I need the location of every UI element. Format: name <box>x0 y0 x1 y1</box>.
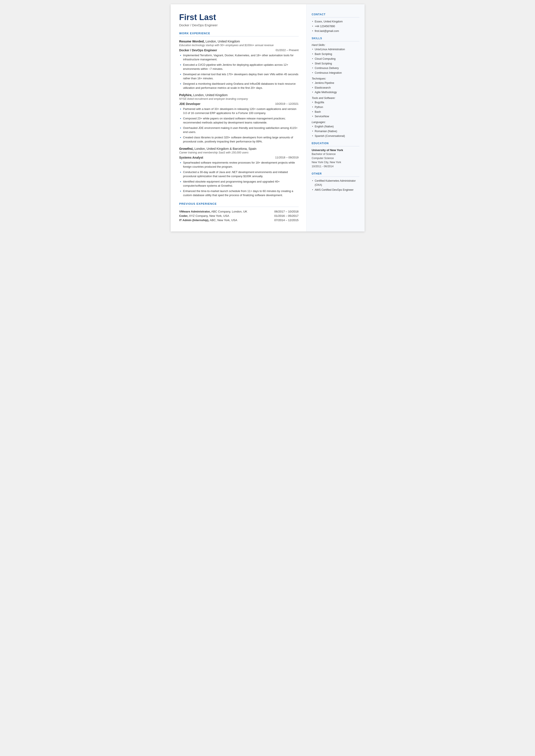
list-item: Spanish (Conversational) <box>312 134 359 138</box>
prev-job-3-bold: IT Admin (Internship), <box>179 218 209 222</box>
left-column: First Last Docker / DevOps Engineer WORK… <box>171 4 306 232</box>
other-heading: OTHER <box>312 172 359 175</box>
list-item: Jenkins Pipeline <box>312 81 359 85</box>
prev-job-1-rest: ABC Company, London, UK <box>211 210 247 213</box>
skills-divider <box>312 41 359 42</box>
list-item: Implemented Terraform, Vagrant, Docker, … <box>179 53 299 62</box>
employer-3: Growthsi, London, United Kingdom & Barce… <box>179 147 299 151</box>
list-item: Overhauled JDE environment making it use… <box>179 126 299 134</box>
edu-school: University of New York <box>312 149 359 152</box>
list-item: Romanian (Native) <box>312 129 359 133</box>
edu-location: New York City, New York <box>312 160 359 164</box>
list-item: Enhanced the time-to-market launch sched… <box>179 189 299 197</box>
prev-job-2-bold: Coder, <box>179 214 188 217</box>
list-item: +44 1234567890 <box>312 24 359 28</box>
employer-1-desc: Education technology startup with 50+ em… <box>179 44 299 47</box>
list-item: Partnered with a team of 33+ developers … <box>179 107 299 115</box>
other-item-2: AWS Certified DevOps Engineer <box>312 188 359 192</box>
list-item: Identified obsolete equipment and progra… <box>179 180 299 188</box>
candidate-title: Docker / DevOps Engineer <box>179 23 299 27</box>
edu-field: Computer Science <box>312 156 359 160</box>
list-item: Shell Scripting <box>312 62 359 66</box>
employer-1-name: Resume Worded, <box>179 40 205 43</box>
hard-skills-list: Unix/Linux Administration Bash Scripting… <box>312 47 359 75</box>
list-item: Composed 23+ white papers on standard so… <box>179 116 299 125</box>
other-item-1: Certified Kubernetes Administrator (CKA) <box>312 179 359 187</box>
work-experience-divider <box>179 36 299 37</box>
list-item: Bash <box>312 110 359 114</box>
resume-container: First Last Docker / DevOps Engineer WORK… <box>171 4 365 232</box>
work-experience-heading: WORK EXPERIENCE <box>179 32 299 35</box>
list-item: Bugzilla <box>312 100 359 104</box>
prev-job-1: VMware Administrator, ABC Company, Londo… <box>179 210 299 213</box>
employer-2-name: Polyhire, <box>179 93 192 97</box>
list-item: Unix/Linux Administration <box>312 47 359 51</box>
employer-3-location: London, United Kingdom & Barcelona, Spai… <box>193 147 256 151</box>
prev-job-1-bold: VMware Administrator, <box>179 210 211 213</box>
previous-experience-divider <box>179 207 299 207</box>
list-item: Agile Methodology <box>312 90 359 95</box>
list-item: Python <box>312 105 359 109</box>
job-2-dates: 10/2019 – 12/2021 <box>275 102 298 105</box>
languages-label: Languages: <box>312 121 359 124</box>
previous-experience-heading: PREVIOUS EXPERIENCE <box>179 202 299 205</box>
job-2-title: JDE Developer <box>179 102 201 106</box>
contact-divider <box>312 17 359 17</box>
list-item: Developed an internal tool that lets 170… <box>179 72 299 81</box>
prev-job-3-title: IT Admin (Internship), ABC, New York, US… <box>179 218 238 222</box>
list-item: Created class libraries to protect 320+ … <box>179 135 299 144</box>
list-item: Executed a CI/CD pipeline with Jenkins f… <box>179 63 299 71</box>
prev-job-3-rest: ABC, New York, USA <box>209 218 238 222</box>
list-item: Conducted a 30-day audit of Java and .NE… <box>179 170 299 179</box>
job-3-bullets: Spearheaded software requirements review… <box>179 160 299 197</box>
employer-2: Polyhire, London, United Kingdom <box>179 93 299 97</box>
job-2-bullets: Partnered with a team of 33+ developers … <box>179 107 299 144</box>
prev-job-2-dates: 01/2016 – 05/2017 <box>274 214 299 217</box>
right-column: CONTACT Essex, United Kingdom +44 123456… <box>306 4 365 232</box>
prev-job-1-dates: 06/2017 – 10/2018 <box>274 210 299 213</box>
employer-1: Resume Worded, London, United Kingdom <box>179 40 299 43</box>
list-item: Elasticsearch <box>312 86 359 90</box>
tools-list: Bugzilla Python Bash ServiceNow <box>312 100 359 119</box>
list-item: Cloud Computing <box>312 57 359 61</box>
job-1-dates: 01/2022 – Present <box>276 48 298 52</box>
edu-degree: Bachelor of Science <box>312 152 359 156</box>
list-item: first.last@gmail.com <box>312 29 359 33</box>
job-1-title-row: Docker / DevOps Engineer 01/2022 – Prese… <box>179 48 299 52</box>
techniques-list: Jenkins Pipeline Elasticsearch Agile Met… <box>312 81 359 95</box>
languages-list: English (Native) Romanian (Native) Spani… <box>312 125 359 138</box>
contact-heading: CONTACT <box>312 13 359 16</box>
prev-job-2: Coder, XYZ Company, New York, USA 01/201… <box>179 214 299 217</box>
employer-1-location: London, United Kingdom <box>205 40 240 43</box>
list-item: Designed a monitoring dashboard using Gr… <box>179 82 299 90</box>
list-item: ServiceNow <box>312 114 359 119</box>
list-item: English (Native) <box>312 125 359 129</box>
list-item: Continuous Delivery <box>312 66 359 70</box>
prev-job-2-rest: XYZ Company, New York, USA <box>188 214 229 217</box>
skills-heading: SKILLS <box>312 37 359 40</box>
job-3-title-row: Systems Analyst 11/2018 – 09/2019 <box>179 156 299 159</box>
employer-3-desc: Career training and membership SaaS with… <box>179 151 299 154</box>
job-3-dates: 11/2018 – 09/2019 <box>275 156 298 159</box>
prev-job-3: IT Admin (Internship), ABC, New York, US… <box>179 218 299 222</box>
list-item: Bash Scripting <box>312 52 359 56</box>
hard-skills-label: Hard Skills: <box>312 43 359 46</box>
job-3-title: Systems Analyst <box>179 156 203 159</box>
employer-3-name: Growthsi, <box>179 147 194 151</box>
edu-dates: 10/2011 - 06/2014 <box>312 164 359 169</box>
education-heading: EDUCATION <box>312 142 359 145</box>
contact-list: Essex, United Kingdom +44 1234567890 fir… <box>312 20 359 33</box>
techniques-label: Techniques: <box>312 77 359 80</box>
list-item: Continuous Integration <box>312 71 359 75</box>
job-1-title: Docker / DevOps Engineer <box>179 48 217 52</box>
employer-2-desc: NYSE-listed recruitment and employer bra… <box>179 98 299 100</box>
prev-job-1-title: VMware Administrator, ABC Company, Londo… <box>179 210 247 213</box>
list-item: Spearheaded software requirements review… <box>179 160 299 169</box>
employer-2-location: London, United Kingdom <box>192 93 228 97</box>
prev-job-3-dates: 07/2014 – 12/2015 <box>274 218 299 222</box>
job-2-title-row: JDE Developer 10/2019 – 12/2021 <box>179 102 299 106</box>
candidate-name: First Last <box>179 13 299 22</box>
list-item: Essex, United Kingdom <box>312 20 359 24</box>
job-1-bullets: Implemented Terraform, Vagrant, Docker, … <box>179 53 299 90</box>
prev-job-2-title: Coder, XYZ Company, New York, USA <box>179 214 229 217</box>
